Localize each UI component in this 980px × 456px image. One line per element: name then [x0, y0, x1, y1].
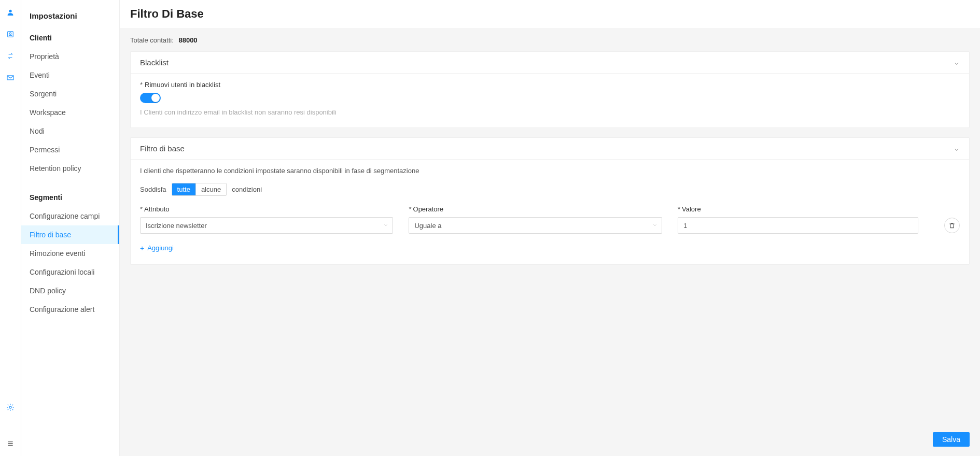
value-col-label: *Valore — [678, 205, 918, 213]
totals-value: 88000 — [178, 36, 197, 44]
blacklist-toggle[interactable] — [140, 93, 161, 103]
main-header: Filtro Di Base — [120, 0, 980, 28]
totals-label: Totale contatti: — [130, 36, 174, 44]
sidebar-item-proprieta[interactable]: Proprietà — [21, 47, 119, 66]
sidebar-item-config-campi[interactable]: Configurazione campi — [21, 207, 119, 225]
satisfy-segmented: tutte alcune — [172, 183, 227, 196]
chevron-down-icon — [383, 222, 388, 230]
conditions-label: condizioni — [232, 186, 262, 193]
sidebar-item-nodi[interactable]: Nodi — [21, 122, 119, 140]
sidebar-title: Impostazioni — [21, 7, 119, 28]
chevron-down-icon — [652, 222, 657, 230]
svg-point-3 — [9, 406, 11, 408]
delete-row-button[interactable] — [944, 218, 960, 233]
add-condition-button[interactable]: + Aggiungi — [140, 244, 174, 252]
filter-row: *Attributo Iscrizione newsletter *Operat… — [140, 205, 960, 234]
satisfy-some-button[interactable]: alcune — [195, 183, 226, 195]
sidebar-item-rimozione-eventi[interactable]: Rimozione eventi — [21, 244, 119, 263]
blacklist-card: Blacklist * Rimuovi utenti in blacklist … — [130, 51, 970, 128]
save-button[interactable]: Salva — [933, 432, 970, 447]
sidebar-item-permessi[interactable]: Permessi — [21, 140, 119, 159]
menu-icon[interactable] — [5, 438, 16, 449]
sidebar-item-dnd-policy[interactable]: DND policy — [21, 281, 119, 300]
blacklist-card-header[interactable]: Blacklist — [131, 52, 969, 74]
sidebar-item-workspace[interactable]: Workspace — [21, 103, 119, 122]
operator-select[interactable]: Uguale a — [409, 217, 662, 234]
plus-icon: + — [140, 245, 144, 252]
operator-col-label: *Operatore — [409, 205, 662, 213]
user-square-icon[interactable] — [5, 29, 16, 39]
operator-select-value: Uguale a — [414, 222, 441, 230]
value-input[interactable]: 1 — [678, 217, 918, 234]
sidebar-item-filtro-base[interactable]: Filtro di base — [21, 225, 119, 244]
filter-description: I clienti che rispetteranno le condizion… — [140, 167, 960, 175]
mail-icon[interactable] — [5, 73, 16, 83]
filter-card: Filtro di base I clienti che rispetteran… — [130, 137, 970, 265]
sidebar-heading-clienti: Clienti — [21, 28, 119, 47]
blacklist-field-label: * Rimuovi utenti in blacklist — [140, 81, 960, 89]
blacklist-title: Blacklist — [140, 58, 169, 67]
page-title: Filtro Di Base — [130, 7, 970, 21]
satisfy-all-button[interactable]: tutte — [172, 183, 195, 195]
gear-icon[interactable] — [5, 402, 16, 412]
sidebar-heading-segmenti: Segmenti — [21, 188, 119, 207]
satisfy-line: Soddisfa tutte alcune condizioni — [140, 183, 960, 196]
attribute-select-value: Iscrizione newsletter — [146, 222, 207, 230]
filter-card-header[interactable]: Filtro di base — [131, 138, 969, 160]
satisfy-label: Soddisfa — [140, 186, 166, 193]
add-label: Aggiungi — [147, 244, 174, 252]
user-icon[interactable] — [5, 7, 16, 18]
sidebar-item-config-locali[interactable]: Configurazioni locali — [21, 263, 119, 281]
required-marker: * — [140, 81, 143, 89]
filter-title: Filtro di base — [140, 144, 185, 153]
chevron-down-icon — [954, 60, 960, 66]
blacklist-hint: I Clienti con indirizzo email in blackli… — [140, 108, 960, 116]
swap-icon[interactable] — [5, 51, 16, 61]
sidebar-item-eventi[interactable]: Eventi — [21, 66, 119, 84]
sidebar-item-retention[interactable]: Retention policy — [21, 159, 119, 178]
totals-row: Totale contatti: 88000 — [130, 36, 970, 44]
value-input-value: 1 — [683, 222, 687, 230]
sidebar-item-config-alert[interactable]: Configurazione alert — [21, 300, 119, 319]
icon-rail — [0, 0, 21, 456]
attribute-col-label: *Attributo — [140, 205, 393, 213]
svg-point-0 — [9, 10, 11, 12]
sidebar: Impostazioni Clienti Proprietà Eventi So… — [21, 0, 120, 456]
main-content: Filtro Di Base Totale contatti: 88000 Bl… — [120, 0, 980, 456]
attribute-select[interactable]: Iscrizione newsletter — [140, 217, 393, 234]
chevron-down-icon — [954, 146, 960, 152]
sidebar-item-sorgenti[interactable]: Sorgenti — [21, 84, 119, 103]
svg-point-2 — [9, 33, 11, 34]
